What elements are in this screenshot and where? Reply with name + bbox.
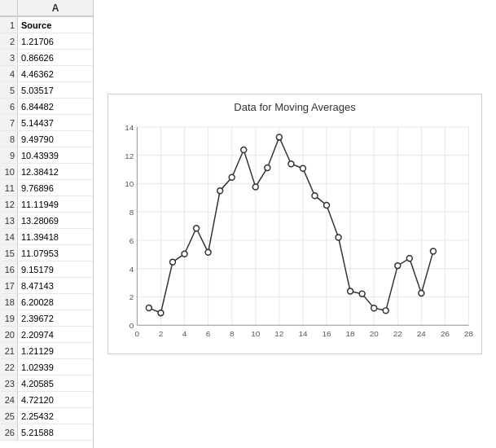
table-row[interactable]: 192.39672 xyxy=(0,310,93,327)
cell-value[interactable]: Source xyxy=(18,17,93,33)
svg-point-72 xyxy=(430,248,436,254)
chart-container: Data for Moving Averages 024681012140246… xyxy=(108,94,482,354)
cell-value[interactable]: 2.20974 xyxy=(18,327,93,342)
svg-text:14: 14 xyxy=(125,123,134,132)
col-a-header[interactable]: A xyxy=(18,0,93,16)
row-number: 12 xyxy=(0,196,18,212)
table-row[interactable]: 66.84482 xyxy=(0,99,93,115)
table-row[interactable]: 30.86626 xyxy=(0,50,93,66)
table-row[interactable]: 75.14437 xyxy=(0,115,93,131)
table-row[interactable]: 55.03517 xyxy=(0,82,93,99)
svg-point-68 xyxy=(383,308,388,314)
table-row[interactable]: 221.02939 xyxy=(0,359,93,376)
svg-point-71 xyxy=(419,291,424,296)
svg-point-55 xyxy=(229,174,235,180)
row-number: 13 xyxy=(0,213,18,228)
cell-value[interactable]: 5.03517 xyxy=(18,82,93,98)
svg-text:12: 12 xyxy=(125,152,134,160)
cell-value[interactable]: 12.38412 xyxy=(18,164,93,179)
row-number: 16 xyxy=(0,261,18,277)
chart-title: Data for Moving Averages xyxy=(108,94,481,116)
table-row[interactable]: 1411.39418 xyxy=(0,229,93,245)
row-number: 24 xyxy=(0,392,18,407)
cell-value[interactable]: 1.21129 xyxy=(18,343,93,358)
cell-value[interactable]: 11.39418 xyxy=(18,229,93,244)
cell-value[interactable]: 11.11949 xyxy=(18,196,93,212)
cell-value[interactable]: 6.84482 xyxy=(18,99,93,114)
svg-text:18: 18 xyxy=(346,329,356,338)
cell-value[interactable]: 9.49790 xyxy=(18,131,93,147)
cell-value[interactable]: 11.07953 xyxy=(18,245,93,261)
table-row[interactable]: 119.76896 xyxy=(0,180,93,196)
cell-value[interactable]: 5.21588 xyxy=(18,424,93,440)
svg-text:12: 12 xyxy=(274,329,284,338)
cell-value[interactable]: 13.28069 xyxy=(18,213,93,228)
cell-value[interactable]: 2.25432 xyxy=(18,408,93,424)
table-row[interactable]: 252.25432 xyxy=(0,408,93,424)
row-number: 3 xyxy=(0,50,18,65)
svg-text:24: 24 xyxy=(417,329,427,338)
table-row[interactable]: 169.15179 xyxy=(0,261,93,278)
row-number: 4 xyxy=(0,66,18,81)
svg-text:0: 0 xyxy=(129,321,134,330)
cell-value[interactable]: 4.46362 xyxy=(18,66,93,81)
cell-value[interactable]: 1.21706 xyxy=(18,33,93,49)
svg-point-69 xyxy=(395,263,401,269)
svg-point-61 xyxy=(300,165,305,171)
cell-value[interactable]: 5.14437 xyxy=(18,115,93,130)
table-row[interactable]: 211.21129 xyxy=(0,343,93,359)
table-row[interactable]: 178.47143 xyxy=(0,278,93,294)
table-row[interactable]: 44.46362 xyxy=(0,66,93,82)
svg-text:20: 20 xyxy=(370,329,380,338)
chart-svg: 024681012140246810121416182022242628 xyxy=(108,119,481,354)
svg-point-59 xyxy=(276,134,282,140)
svg-point-58 xyxy=(265,165,270,171)
table-row[interactable]: 234.20585 xyxy=(0,376,93,392)
cell-value[interactable]: 1.02939 xyxy=(18,359,93,375)
svg-text:10: 10 xyxy=(251,329,261,338)
svg-point-54 xyxy=(217,188,223,194)
row-number: 8 xyxy=(0,131,18,147)
cell-value[interactable]: 9.15179 xyxy=(18,261,93,277)
svg-point-67 xyxy=(371,305,377,311)
svg-point-65 xyxy=(348,288,353,294)
row-number: 6 xyxy=(0,99,18,114)
table-row[interactable]: 202.20974 xyxy=(0,327,93,343)
table-row[interactable]: 244.72120 xyxy=(0,392,93,408)
row-number: 25 xyxy=(0,408,18,424)
cell-value[interactable]: 2.39672 xyxy=(18,310,93,326)
table-row[interactable]: 1012.38412 xyxy=(0,164,93,180)
row-number: 10 xyxy=(0,164,18,179)
table-row[interactable]: 910.43939 xyxy=(0,147,93,164)
cell-value[interactable]: 0.86626 xyxy=(18,50,93,65)
table-row[interactable]: 265.21588 xyxy=(0,424,93,441)
svg-text:22: 22 xyxy=(393,329,403,338)
cell-value[interactable]: 10.43939 xyxy=(18,147,93,163)
svg-point-48 xyxy=(146,305,151,311)
svg-text:4: 4 xyxy=(129,265,134,274)
row-number: 11 xyxy=(0,180,18,195)
svg-point-63 xyxy=(324,203,330,209)
table-row[interactable]: 1511.07953 xyxy=(0,245,93,261)
svg-point-62 xyxy=(312,193,318,199)
table-row[interactable]: 89.49790 xyxy=(0,131,93,147)
svg-text:8: 8 xyxy=(230,329,235,338)
svg-text:10: 10 xyxy=(125,179,134,188)
row-number: 23 xyxy=(0,376,18,391)
svg-point-56 xyxy=(241,147,247,153)
sheet-header: A xyxy=(0,0,93,17)
table-row[interactable]: 21.21706 xyxy=(0,33,93,50)
svg-point-50 xyxy=(169,259,175,265)
row-number: 1 xyxy=(0,17,18,33)
cell-value[interactable]: 6.20028 xyxy=(18,294,93,310)
table-row[interactable]: 1Source xyxy=(0,17,93,33)
table-row[interactable]: 186.20028 xyxy=(0,294,93,310)
table-row[interactable]: 1313.28069 xyxy=(0,213,93,229)
svg-point-70 xyxy=(406,256,412,261)
table-row[interactable]: 1211.11949 xyxy=(0,196,93,213)
cell-value[interactable]: 9.76896 xyxy=(18,180,93,195)
cell-value[interactable]: 4.72120 xyxy=(18,392,93,407)
cell-value[interactable]: 8.47143 xyxy=(18,278,93,293)
chart-section: Data for Moving Averages 024681012140246… xyxy=(94,0,496,448)
cell-value[interactable]: 4.20585 xyxy=(18,376,93,391)
